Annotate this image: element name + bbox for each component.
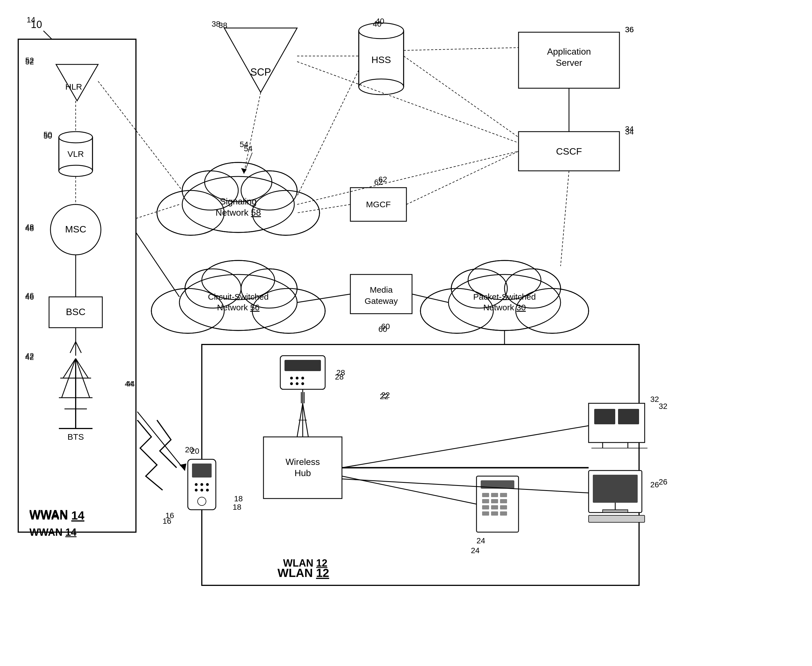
svg-text:HSS: HSS: [371, 54, 391, 65]
svg-point-183: [206, 483, 209, 486]
svg-point-144: [290, 382, 293, 385]
workstation-ref: 32: [650, 395, 659, 404]
svg-rect-162: [491, 499, 498, 503]
mobile-ref: 16: [162, 517, 171, 526]
svg-text:Media: Media: [370, 285, 393, 294]
svg-text:CSCF: CSCF: [556, 146, 582, 157]
bts-tower-ref: 44: [125, 379, 134, 389]
svg-point-10: [59, 165, 93, 176]
svg-point-181: [195, 483, 198, 486]
svg-rect-129: [263, 437, 342, 498]
svg-point-185: [200, 489, 203, 491]
telephone-ref: 28: [335, 373, 344, 381]
svg-point-9: [59, 132, 93, 143]
svg-text:32: 32: [659, 402, 667, 410]
svg-point-141: [290, 377, 293, 379]
svg-text:Network 30: Network 30: [483, 303, 526, 312]
desktop-ref: 26: [650, 480, 659, 489]
svg-point-146: [301, 382, 304, 385]
app-server-ref: 36: [625, 25, 634, 34]
svg-text:MGCF: MGCF: [366, 200, 391, 209]
svg-rect-165: [491, 505, 498, 509]
svg-text:Gateway: Gateway: [365, 296, 398, 305]
vlr-ref: 50: [43, 132, 52, 140]
svg-text:Network 58: Network 58: [215, 208, 261, 218]
svg-rect-161: [482, 499, 489, 503]
hlr-ref: 52: [25, 56, 34, 65]
svg-rect-169: [500, 511, 507, 516]
svg-rect-164: [482, 505, 489, 509]
svg-text:18: 18: [234, 494, 243, 503]
ipphone-ref: 24: [471, 546, 480, 555]
ref-10: 14: [26, 15, 35, 25]
svg-rect-151: [618, 409, 639, 424]
svg-text:Packet-Switched: Packet-Switched: [473, 292, 536, 302]
cscf-ref: 34: [625, 127, 634, 137]
svg-text:VLR: VLR: [68, 149, 84, 158]
wireless-hub-ref: 18: [233, 503, 241, 512]
svg-text:HLR: HLR: [65, 82, 82, 91]
svg-rect-172: [593, 475, 638, 503]
svg-text:26: 26: [659, 478, 667, 486]
svg-text:WWAN 14: WWAN 14: [30, 509, 84, 522]
mgcf-ref: 62: [374, 178, 383, 187]
hss-ref: 40: [373, 20, 382, 28]
wwan-label: WWAN 14: [30, 526, 76, 538]
svg-text:BTS: BTS: [68, 432, 84, 442]
media-gw-ref: 60: [379, 325, 387, 334]
svg-text:Server: Server: [556, 58, 582, 68]
svg-text:Network 56: Network 56: [217, 303, 260, 312]
svg-text:Signaling: Signaling: [220, 196, 257, 206]
svg-point-143: [301, 377, 304, 379]
svg-rect-179: [192, 463, 212, 478]
svg-point-46: [359, 79, 404, 95]
svg-text:BSC: BSC: [66, 307, 86, 317]
svg-text:SCP: SCP: [250, 66, 271, 78]
svg-text:Circuit-Switched: Circuit-Switched: [208, 292, 269, 302]
msc-ref: 48: [25, 224, 34, 233]
bsc-ref: 46: [25, 291, 34, 300]
svg-rect-160: [500, 493, 507, 497]
svg-text:MSC: MSC: [65, 224, 86, 234]
svg-point-69: [206, 163, 271, 201]
svg-rect-174: [603, 510, 628, 513]
svg-rect-175: [589, 515, 645, 522]
svg-rect-163: [500, 499, 507, 503]
svg-rect-167: [482, 511, 489, 516]
svg-text:24: 24: [476, 536, 485, 545]
svg-rect-159: [491, 493, 498, 497]
wlan-label: WLAN 12: [283, 557, 327, 569]
svg-rect-168: [491, 511, 498, 516]
svg-text:Hub: Hub: [294, 468, 311, 478]
svg-rect-166: [500, 505, 507, 509]
svg-text:Wireless: Wireless: [286, 457, 320, 467]
wlan-conn-ref: 22: [380, 392, 389, 401]
mobile-device-ref: 20: [185, 445, 193, 454]
scp-ref: 38: [212, 20, 220, 28]
svg-point-186: [206, 489, 209, 491]
signaling-ref: 54: [240, 140, 248, 149]
svg-rect-150: [594, 409, 615, 424]
svg-rect-4: [18, 39, 136, 532]
svg-point-145: [296, 382, 299, 385]
svg-point-142: [296, 377, 299, 379]
svg-point-182: [200, 483, 203, 486]
svg-point-184: [195, 489, 198, 491]
svg-text:Application: Application: [547, 46, 591, 56]
svg-rect-140: [284, 360, 321, 371]
bts-ref: 42: [25, 353, 34, 362]
svg-rect-158: [482, 493, 489, 497]
